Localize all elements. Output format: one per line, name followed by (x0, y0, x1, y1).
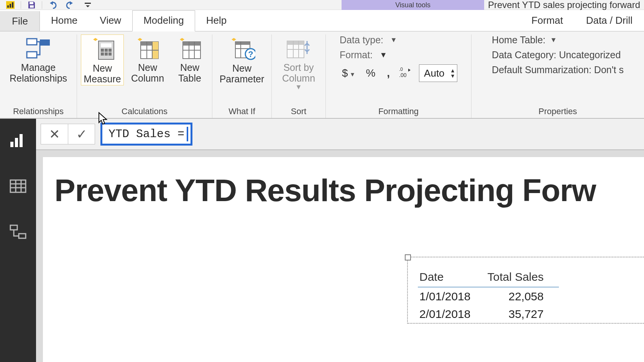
contextual-tab-header: Visual tools (342, 0, 484, 10)
table-row[interactable]: 1/01/2018 22,058 (418, 287, 559, 306)
data-type-dropdown[interactable]: ▼ (390, 36, 397, 44)
caret-icon (187, 127, 188, 141)
model-view-button[interactable] (6, 220, 30, 244)
svg-rect-35 (10, 225, 17, 230)
ribbon-group-relationships: Manage Relationships Relationships (0, 34, 77, 118)
view-switcher (0, 119, 36, 362)
svg-rect-36 (19, 234, 26, 238)
svg-rect-24 (235, 42, 250, 45)
tab-help[interactable]: Help (195, 10, 238, 31)
relationships-icon (25, 37, 51, 60)
svg-rect-3 (12, 2, 13, 8)
group-label: What If (228, 106, 255, 118)
ribbon-group-whatif: ? New Parameter What If (212, 34, 272, 118)
ribbon-group-properties: Home Table:▼ Data Category: Uncategorize… (472, 34, 644, 118)
data-view-button[interactable] (6, 174, 30, 198)
ribbon-group-formatting: Data type: ▼ Format: ▼ $ ▾ % , .0.00 Aut… (326, 34, 472, 118)
data-type-label: Data type: (340, 34, 383, 46)
app-logo-icon (2, 0, 19, 10)
new-table-button[interactable]: New Table (171, 34, 208, 85)
percent-button[interactable]: % (363, 67, 378, 79)
table-visual[interactable]: Date Total Sales 1/01/2018 22,058 2/01/2… (407, 257, 644, 324)
undo-icon[interactable] (44, 0, 61, 10)
formula-accept-button[interactable]: ✓ (68, 124, 95, 144)
svg-rect-7 (27, 39, 37, 45)
group-label: Calculations (122, 106, 168, 118)
manage-relationships-button[interactable]: Manage Relationships (4, 34, 73, 85)
quick-access-toolbar: Visual tools Prevent YTD sales projectin… (0, 0, 644, 10)
group-label: Properties (539, 106, 577, 118)
currency-button[interactable]: $ ▾ (340, 67, 356, 79)
decimal-places-spinner[interactable]: Auto ▲▼ (419, 64, 457, 82)
group-label: Sort (291, 106, 306, 118)
svg-rect-16 (105, 52, 108, 56)
svg-rect-13 (105, 49, 108, 52)
svg-rect-34 (10, 180, 26, 192)
ribbon: Manage Relationships Relationships New M… (0, 31, 644, 119)
format-label: Format: (340, 49, 373, 61)
sort-by-column-button[interactable]: Sort by Column ▼ (276, 34, 322, 92)
resize-handle-icon[interactable] (405, 254, 411, 260)
format-dropdown[interactable]: ▼ (380, 51, 387, 59)
svg-text:.0: .0 (399, 67, 403, 72)
new-parameter-button[interactable]: ? New Parameter (216, 34, 268, 85)
svg-rect-2 (10, 4, 11, 8)
tab-file[interactable]: File (0, 11, 40, 31)
formula-text: YTD Sales = (108, 128, 184, 141)
new-table-icon (177, 37, 202, 60)
table-header-total-sales[interactable]: Total Sales (486, 268, 559, 287)
tab-format[interactable]: Format (520, 11, 574, 31)
tab-data-drill[interactable]: Data / Drill (575, 11, 644, 31)
svg-rect-9 (27, 52, 37, 58)
tab-home[interactable]: Home (40, 10, 89, 31)
group-label: Formatting (378, 106, 419, 118)
ribbon-group-calculations: New Measure New Column New Table Calcula… (77, 34, 212, 118)
home-table-label: Home Table: (492, 34, 545, 46)
default-summarization-label: Default Summarization: Don't s (492, 64, 624, 75)
data-category-label: Data Category: Uncategorized (492, 49, 621, 61)
formula-bar: ✕ ✓ YTD Sales = (36, 119, 644, 150)
svg-rect-32 (15, 138, 18, 147)
sort-icon (285, 37, 312, 60)
formula-input[interactable]: YTD Sales = (100, 123, 192, 146)
home-table-dropdown[interactable]: ▼ (550, 36, 557, 44)
new-column-button[interactable]: New Column (126, 34, 169, 85)
report-canvas[interactable]: Prevent YTD Results Projecting Forw Date… (43, 157, 644, 362)
new-column-icon (135, 37, 160, 60)
svg-text:?: ? (248, 49, 253, 59)
redo-icon[interactable] (61, 0, 79, 10)
table-header-date[interactable]: Date (418, 268, 486, 287)
document-title: Prevent YTD sales projecting forward (484, 0, 644, 10)
svg-rect-12 (101, 49, 104, 52)
group-label: Relationships (13, 106, 64, 118)
svg-rect-11 (101, 43, 112, 47)
svg-rect-15 (101, 52, 104, 56)
svg-rect-17 (108, 52, 112, 56)
svg-rect-4 (30, 2, 33, 4)
formula-cancel-button[interactable]: ✕ (41, 124, 68, 144)
svg-rect-33 (20, 134, 23, 147)
svg-rect-8 (40, 39, 50, 46)
mouse-cursor-icon (98, 112, 108, 126)
new-measure-button[interactable]: New Measure (81, 34, 124, 85)
report-view-button[interactable] (6, 128, 30, 152)
svg-rect-31 (10, 142, 13, 147)
new-parameter-icon: ? (228, 37, 255, 61)
svg-rect-6 (85, 3, 91, 4)
ribbon-group-sort: Sort by Column ▼ Sort (272, 34, 326, 118)
svg-rect-28 (287, 41, 304, 45)
thousands-button[interactable]: , (384, 67, 392, 79)
svg-rect-1 (7, 5, 9, 8)
tab-view[interactable]: View (89, 10, 132, 31)
svg-text:.00: .00 (399, 72, 407, 78)
customize-qat-icon[interactable] (79, 0, 97, 10)
page-title: Prevent YTD Results Projecting Forw (54, 172, 644, 208)
tab-modeling[interactable]: Modeling (132, 10, 195, 31)
decimals-icon[interactable]: .0.00 (399, 66, 412, 80)
svg-rect-22 (183, 42, 200, 46)
ribbon-tab-row: File Home View Modeling Help Format Data… (0, 10, 644, 31)
svg-rect-5 (30, 5, 34, 8)
table-row[interactable]: 2/01/2018 35,727 (418, 305, 559, 323)
save-icon[interactable] (23, 0, 40, 10)
new-measure-icon (89, 37, 115, 61)
